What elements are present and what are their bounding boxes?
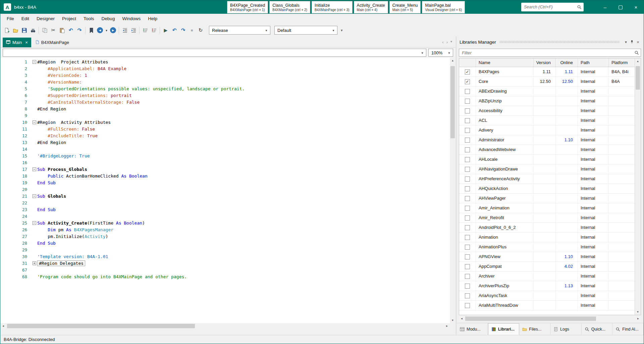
stop-icon[interactable]: ■ <box>187 26 196 35</box>
panel-tab-logs[interactable]: Logs <box>550 323 582 335</box>
quick-tab-2[interactable]: Class_GlobalsB4XMainPage (ctrl + 2) <box>269 1 310 13</box>
line-number[interactable]: 13 <box>0 139 29 146</box>
column-header-path[interactable]: Path <box>578 58 609 67</box>
code-line[interactable]: 24 <box>0 213 450 220</box>
code-line[interactable]: 28End Sub <box>0 240 450 247</box>
navigate-forward-icon[interactable]: ▶ <box>109 26 117 35</box>
line-number[interactable]: 2 <box>0 65 29 72</box>
column-header-online[interactable]: Online <box>556 58 578 67</box>
line-number[interactable]: 20 <box>0 186 29 193</box>
library-online-version[interactable]: 1.13 <box>556 281 578 291</box>
editor-tab-main[interactable]: Main× <box>3 38 31 47</box>
code-line[interactable]: 23End Sub <box>0 206 450 213</box>
line-number[interactable]: 16 <box>0 159 29 166</box>
undo-icon[interactable]: ↶ <box>66 26 75 35</box>
build-configuration-combo[interactable]: Release ▾ <box>209 26 270 35</box>
library-checkbox[interactable] <box>465 138 470 143</box>
library-checkbox[interactable] <box>465 264 470 269</box>
run-icon[interactable]: ▶ <box>161 26 170 35</box>
library-row[interactable]: AppCompat4.02Internal <box>459 262 635 272</box>
library-vertical-scrollbar[interactable]: ▲ ▼ <box>635 58 641 315</box>
scroll-right-icon[interactable]: ► <box>635 316 641 322</box>
scrollbar-track[interactable] <box>6 323 444 329</box>
scrollbar-thumb[interactable] <box>7 324 195 328</box>
library-row[interactable]: AdiveryInternal <box>459 126 635 135</box>
tab-scroll-right-icon[interactable]: › <box>446 40 448 45</box>
panel-tab-librari[interactable]: Librari... <box>488 323 520 335</box>
code-line[interactable]: 22 <box>0 200 450 206</box>
code-line[interactable]: 1−#Region Project Attributes <box>0 59 450 65</box>
library-online-version[interactable]: 1.10 <box>556 135 578 145</box>
comment-icon[interactable] <box>141 26 150 35</box>
library-row[interactable]: AdvancedWebviewInternal <box>459 145 635 155</box>
line-number[interactable]: 5 <box>0 86 29 92</box>
bookmark-icon[interactable] <box>87 26 96 35</box>
fold-expand-icon[interactable]: + <box>29 260 37 267</box>
menu-windows[interactable]: Windows <box>118 14 144 24</box>
code-line[interactable]: 18 Public ActionBarHomeClicked As Boolea… <box>0 173 450 180</box>
code-line[interactable]: 31+#Region Delegates <box>0 260 450 267</box>
cut-icon[interactable]: ✂ <box>49 26 58 35</box>
scrollbar-track[interactable] <box>465 316 635 322</box>
quick-tab-4[interactable]: Activity_CreateMain (ctrl + 4) <box>354 1 388 13</box>
line-number[interactable]: 19 <box>0 180 29 186</box>
library-checkbox[interactable] <box>465 108 470 113</box>
scroll-up-icon[interactable]: ▲ <box>635 58 641 64</box>
navigate-back-icon[interactable]: ◀ <box>96 26 104 35</box>
library-checkbox[interactable] <box>465 186 470 191</box>
search-input[interactable] <box>524 5 577 9</box>
line-number[interactable]: 23 <box>0 206 29 213</box>
library-checkbox[interactable] <box>465 206 470 211</box>
line-number[interactable]: 11 <box>0 126 29 133</box>
library-online-version[interactable]: 12.50 <box>556 77 578 86</box>
line-number[interactable]: 18 <box>0 173 29 180</box>
library-row[interactable]: ✓B4XPages1.111.11InternalB4A, B4i <box>459 67 635 77</box>
open-icon[interactable] <box>11 26 20 35</box>
code-line[interactable]: 21−Sub Globals <box>0 193 450 200</box>
line-number[interactable]: 17 <box>0 166 29 173</box>
code-line[interactable]: 9 <box>0 112 450 119</box>
library-row[interactable]: ACLInternal <box>459 116 635 126</box>
line-number[interactable]: 67 <box>0 267 29 274</box>
line-number[interactable]: 9 <box>0 112 29 119</box>
sub-navigator-combo[interactable]: ▾ <box>3 49 426 57</box>
quick-tab-1[interactable]: B4XPage_CreatedB4XMainPage (ctrl + 1) <box>227 1 268 13</box>
quick-tab-5[interactable]: Create_MenuMain (ctrl + 5) <box>389 1 421 13</box>
indent-icon[interactable] <box>129 26 138 35</box>
editor-horizontal-scrollbar[interactable]: ◄ ► <box>0 323 455 329</box>
menu-tools[interactable]: Tools <box>80 14 98 24</box>
panel-tab-findal[interactable]: Find Al... <box>612 323 644 335</box>
menu-help[interactable]: Help <box>144 14 161 24</box>
code-line[interactable]: 12 #IncludeTitle: True <box>0 133 450 139</box>
library-checkbox[interactable] <box>465 284 470 289</box>
library-row[interactable]: Amir_AnimationInternal <box>459 203 635 213</box>
scrollbar-thumb[interactable] <box>636 66 640 90</box>
library-checkbox[interactable] <box>465 293 470 298</box>
code-line[interactable]: 17−Sub Process_Globals <box>0 166 450 173</box>
library-row[interactable]: AHPreferenceActivityInternal <box>459 174 635 184</box>
outdent-icon[interactable] <box>120 26 129 35</box>
tab-scroll-left-icon[interactable]: ‹ <box>442 40 443 45</box>
library-row[interactable]: ABZipUnzipInternal <box>459 96 635 106</box>
new-icon[interactable] <box>2 26 11 35</box>
fold-collapse-icon[interactable]: − <box>29 193 37 200</box>
library-row[interactable]: ArchiverInternal <box>459 272 635 281</box>
column-header-platform[interactable]: Platform <box>609 58 635 67</box>
quick-tab-3[interactable]: InitializeB4XMainPage (ctrl + 3) <box>312 1 353 13</box>
line-number[interactable]: 29 <box>0 247 29 253</box>
editor-tab-b4xmainpage[interactable]: B4XMainPage <box>32 38 72 47</box>
code-line[interactable]: 5 'SupportedOrientations possible values… <box>0 86 450 92</box>
scroll-down-icon[interactable]: ▼ <box>635 309 641 315</box>
line-number[interactable]: 12 <box>0 133 29 139</box>
library-checkbox[interactable] <box>465 128 470 133</box>
fold-collapse-icon[interactable]: − <box>29 119 37 126</box>
library-checkbox[interactable] <box>465 274 470 279</box>
library-checkbox[interactable] <box>465 303 470 308</box>
library-row[interactable]: AHViewPagerInternal <box>459 194 635 203</box>
code-line[interactable]: 27 pm.Initialize(Activity) <box>0 233 450 240</box>
close-button[interactable]: × <box>628 0 644 14</box>
library-checkbox[interactable]: ✓ <box>465 79 470 84</box>
tab-close-icon[interactable]: × <box>25 40 28 45</box>
library-row[interactable]: AnimationPlusInternal <box>459 242 635 252</box>
line-number[interactable]: 14 <box>0 146 29 153</box>
